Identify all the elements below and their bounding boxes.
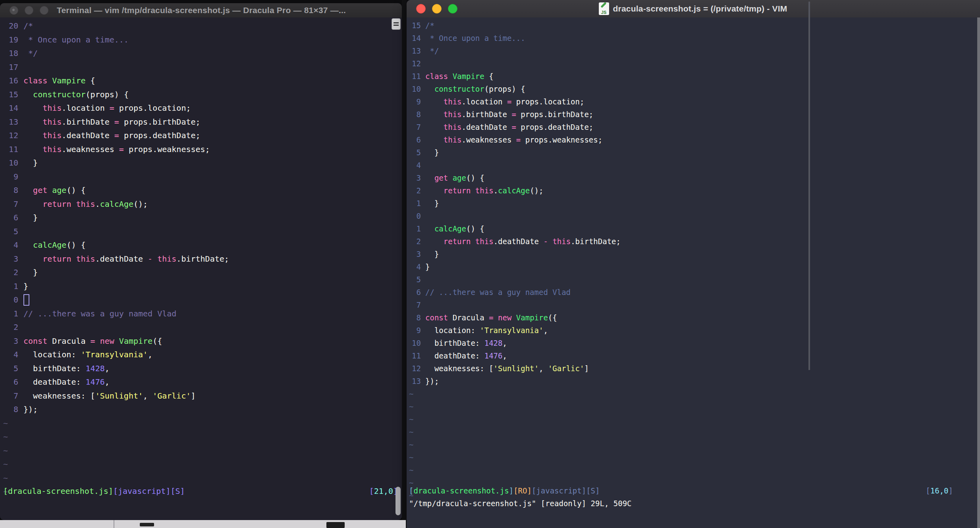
code-line[interactable]: 17 — [0, 60, 402, 74]
token: , — [539, 364, 548, 373]
macvim-scrollbar[interactable] — [977, 17, 980, 528]
code-line[interactable]: 11 this.weaknesses = props.weaknesses; — [0, 143, 402, 156]
code-line[interactable]: 13 */ — [407, 44, 980, 57]
code-line[interactable]: 13}); — [407, 375, 980, 387]
token: . — [494, 186, 498, 195]
line-number: 3 — [409, 173, 421, 182]
token: , — [543, 326, 548, 335]
code-line[interactable]: 1 calcAge() { — [407, 222, 980, 235]
code-line[interactable]: 5 } — [407, 146, 980, 159]
code-line[interactable]: 5 — [0, 225, 402, 239]
code-line[interactable]: 7 — [407, 299, 980, 311]
code-line[interactable]: 10 birthDate: 1428, — [407, 337, 980, 349]
code-line[interactable]: 6// ...there was a guy named Vlad — [407, 286, 980, 299]
code-line[interactable]: 11class Vampire { — [407, 70, 980, 83]
code-line[interactable]: 2 return this.deathDate - this.birthDate… — [407, 235, 980, 248]
token: , — [105, 364, 110, 373]
code-line[interactable]: 2 } — [0, 266, 402, 279]
token — [47, 185, 52, 195]
code-line[interactable]: 1 } — [407, 197, 980, 210]
line-number: 17 — [3, 62, 18, 72]
zoom-button[interactable] — [40, 6, 48, 15]
macvim-titlebar[interactable]: JS dracula-screenshot.js = (/private/tmp… — [407, 0, 980, 18]
code-line[interactable]: 13 this.birthDate = props.birthDate; — [0, 115, 402, 129]
code-line[interactable]: 11 deathDate: 1476, — [407, 349, 980, 362]
code-line[interactable]: 6 deathDate: 1476, — [0, 375, 402, 389]
line-number: 10 — [409, 85, 421, 93]
code-line[interactable]: 4 — [407, 159, 980, 172]
code-line[interactable]: 5 — [407, 273, 980, 286]
minimize-button[interactable] — [25, 6, 33, 15]
code-line[interactable]: 15 constructor(props) { — [0, 88, 402, 102]
code-line[interactable]: 3 } — [407, 248, 980, 260]
terminal-scrollbar-thumb[interactable] — [395, 487, 401, 515]
code-line[interactable]: 10 } — [0, 156, 402, 170]
minimize-button[interactable] — [432, 4, 442, 13]
code-line[interactable]: 7 this.deathDate = props.deathDate; — [407, 121, 980, 133]
token: this — [157, 254, 176, 264]
window-title-text: dracula-screenshot.js = (/private/tmp) -… — [613, 4, 787, 13]
code-line[interactable]: 12 weaknesses: ['Sunlight', 'Garlic'] — [407, 362, 980, 375]
code-line[interactable]: 6 this.weaknesses = props.weaknesses; — [407, 133, 980, 146]
token: props.weaknesses; — [124, 145, 210, 154]
code-line[interactable]: 3 get age() { — [407, 172, 980, 184]
code-line[interactable]: 5 birthDate: 1428, — [0, 362, 402, 376]
terminal-titlebar[interactable]: Terminal — vim /tmp/dracula-screenshot.j… — [0, 3, 402, 18]
code-line[interactable]: 8 get age() { — [0, 183, 402, 197]
tilde-row: ~ — [0, 416, 402, 430]
code-line[interactable]: 8}); — [0, 403, 402, 416]
code-line[interactable]: 9 this.location = props.location; — [407, 95, 980, 108]
code-line[interactable]: 1} — [0, 279, 402, 293]
close-button[interactable] — [10, 6, 18, 15]
vim-buffer-left[interactable]: 20/*19 * Once upon a time...18 */1716cla… — [0, 17, 402, 520]
code-line[interactable]: 2 return this.calcAge(); — [407, 184, 980, 197]
code-line[interactable]: 19 * Once upon a time... — [0, 33, 402, 47]
token — [47, 76, 52, 85]
tilde-row: ~ — [407, 438, 980, 451]
code-line[interactable]: 12 this.deathDate = props.deathDate; — [0, 129, 402, 143]
code-line[interactable]: 14 this.location = props.location; — [0, 101, 402, 115]
token: return — [444, 237, 471, 246]
code-line[interactable]: 0 — [0, 293, 402, 307]
code-line[interactable]: 3 return this.deathDate - this.birthDate… — [0, 252, 402, 266]
code-line[interactable]: 8 this.birthDate = props.birthDate; — [407, 108, 980, 121]
scrollbar-jump-icon[interactable] — [392, 18, 401, 30]
code-line[interactable]: 9 location: 'Transylvania', — [407, 324, 980, 337]
token: } — [425, 262, 430, 271]
code-line[interactable]: 0 — [407, 210, 980, 222]
code-line[interactable]: 6 } — [0, 211, 402, 225]
zoom-button[interactable] — [448, 4, 457, 13]
code-line[interactable]: 10 constructor(props) { — [407, 83, 980, 95]
line-number: 4 — [3, 350, 18, 359]
token: Dracula — [47, 336, 90, 346]
token: .deathDate — [494, 237, 544, 246]
code-line[interactable]: 4 calcAge() { — [0, 238, 402, 252]
code-line[interactable]: 7 return this.calcAge(); — [0, 197, 402, 211]
code-line[interactable]: 20/* — [0, 19, 402, 33]
token: Dracula — [448, 313, 489, 322]
vim-buffer-right[interactable]: 15/*14 * Once upon a time...13 */1211cla… — [407, 17, 980, 528]
file-readonly-message: "/tmp/dracula-screenshot.js" [readonly] … — [409, 499, 632, 508]
code-line[interactable]: 8const Dracula = new Vampire({ — [407, 311, 980, 324]
token: = — [119, 145, 124, 154]
code-line[interactable]: 4 location: 'Transylvania', — [0, 348, 402, 362]
code-line[interactable]: 3const Dracula = new Vampire({ — [0, 334, 402, 348]
token: (); — [133, 199, 148, 209]
token — [471, 186, 475, 195]
token — [23, 90, 33, 99]
code-line[interactable]: 7 weaknesses: ['Sunlight', 'Garlic'] — [0, 389, 402, 403]
code-line[interactable]: 14 * Once upon a time... — [407, 32, 980, 44]
code-line[interactable]: 16class Vampire { — [0, 74, 402, 88]
close-button[interactable] — [416, 4, 426, 13]
code-line[interactable]: 9 — [0, 170, 402, 184]
code-line[interactable]: 1// ...there was a guy named Vlad — [0, 307, 402, 321]
line-number: 20 — [3, 21, 18, 31]
code-line[interactable]: 4} — [407, 260, 980, 273]
code-line[interactable]: 12 — [407, 57, 980, 70]
code-line[interactable]: 2 — [0, 320, 402, 334]
code-line[interactable]: 18 */ — [0, 46, 402, 60]
token — [425, 110, 444, 119]
desktop-gap — [402, 0, 407, 528]
token: props.birthDate; — [516, 110, 593, 119]
code-line[interactable]: 15/* — [407, 19, 980, 32]
